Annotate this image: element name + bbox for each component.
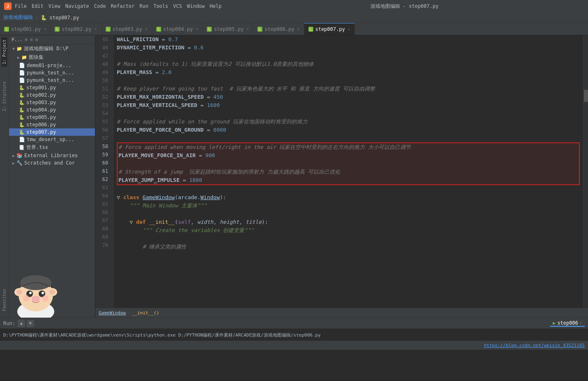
tree-arrow-root: ▼ — [12, 46, 15, 51]
left-tab-structure[interactable]: Z: Structure — [1, 79, 7, 114]
menu-help[interactable]: Help — [210, 3, 222, 9]
sidebar-toolbar: P... ⊕ ≡ ⚙ — [9, 35, 95, 44]
menu-window[interactable]: Window — [187, 3, 205, 9]
breadcrumb-item-2[interactable]: step007.py — [49, 15, 79, 21]
tree-item-scratches[interactable]: ▶ 🔧 Scratches and Cor — [9, 159, 95, 167]
run-arrow-up[interactable]: ▲ — [18, 320, 25, 327]
run-tab-step006[interactable]: ▶ step006 × — [550, 320, 585, 327]
tree-item-demo[interactable]: 📄 demo01-proje... — [9, 62, 95, 69]
tab-step004[interactable]: 🐍 step004.py × — [152, 23, 203, 35]
tab-step007[interactable]: 🐍 step007.py × — [304, 23, 355, 35]
tree-item-tileset[interactable]: ▶ 📁 图块集 — [9, 53, 95, 62]
tree-item-tmw[interactable]: 📄 tmw_desert_sp... — [9, 136, 95, 143]
tab-step001[interactable]: 🐍 step001.py × — [0, 23, 51, 35]
tab-close-step005[interactable]: × — [246, 27, 249, 31]
tab-close-step001[interactable]: × — [44, 27, 46, 31]
ln-63: 63 — [95, 184, 110, 192]
ln-45: 45 — [95, 35, 110, 44]
tab-close-step004[interactable]: × — [196, 27, 198, 31]
tree-item-step005[interactable]: 🐍 step005.py — [9, 114, 95, 121]
breadcrumb-item-1[interactable]: 游戏地图编辑 — [3, 14, 33, 21]
menu-run[interactable]: Run — [139, 3, 148, 9]
code-line-68: """ Create the variables 创建变量""" — [117, 226, 580, 235]
menu-view[interactable]: View — [49, 3, 60, 9]
run-icon: ▶ — [553, 320, 556, 326]
tab-close-step003[interactable]: × — [145, 27, 148, 31]
tree-item-step003[interactable]: 🐍 step003.py — [9, 99, 95, 106]
avatar-svg — [9, 264, 63, 318]
code-area[interactable]: 45 46 47 48 49 50 51 52 53 54 55 56 57 5… — [95, 35, 588, 308]
breadcrumb-icon: 🐍 — [41, 15, 47, 21]
left-tab-favorites[interactable]: Favorites — [1, 286, 7, 314]
tab-label-step007: step007.py — [315, 26, 345, 32]
tab-step005[interactable]: 🐍 step005.py × — [203, 23, 253, 35]
tree-label-step004: step004.py — [26, 107, 56, 113]
ln-49: 49 — [95, 68, 110, 77]
code-line-69 — [117, 235, 580, 243]
menu-code[interactable]: Code — [94, 3, 106, 9]
svg-point-4 — [16, 290, 22, 295]
tab-label-step006: step006.py — [264, 26, 294, 32]
sidebar-add-icon[interactable]: ⊕ — [25, 37, 28, 42]
run-panel: Run: ▲ ▼ ▶ step006 × D:\PYTHON编程\课件素材\AR… — [0, 318, 588, 341]
tab-step002[interactable]: 🐍 step002.py × — [51, 23, 101, 35]
ln-52: 52 — [95, 93, 110, 101]
py-icon-step006: 🐍 — [19, 122, 25, 128]
tree-label-step006: step006.py — [26, 122, 56, 128]
menu-vcs[interactable]: VCS — [173, 3, 182, 9]
folder-icon-external: 📚 — [16, 153, 23, 158]
tree-item-external[interactable]: ▶ 📚 External Libraries — [9, 152, 95, 159]
tree-item-root[interactable]: ▼ 📁 游戏地图编辑 D:\P — [9, 44, 95, 53]
breadcrumb: 游戏地图编辑 › 🐍 step007.py — [0, 12, 588, 23]
run-label: Run: — [3, 321, 15, 326]
tab-close-step002[interactable]: × — [95, 27, 97, 31]
tab-label-step002: step002.py — [62, 26, 91, 32]
scrollbar-thumb[interactable] — [584, 90, 588, 102]
menu-file[interactable]: File — [15, 3, 27, 9]
ln-56: 56 — [95, 126, 110, 134]
ln-62: 62 — [95, 175, 110, 184]
tree-label-demo: demo01-proje... — [27, 63, 71, 68]
status-url[interactable]: https://blog.csdn.net/weixin_43521165 — [484, 343, 585, 348]
file-icon-pymunk2: 📄 — [19, 77, 25, 83]
sidebar-settings-icon[interactable]: ⚙ — [35, 37, 38, 42]
code-line-66 — [117, 210, 580, 218]
ln-66: 66 — [95, 208, 110, 216]
code-line-49: PLAYER_MASS = 2.0 — [117, 68, 580, 77]
scrollbar[interactable] — [583, 35, 588, 308]
ln-48: 48 — [95, 60, 110, 68]
tree-item-step004[interactable]: 🐍 step004.py — [9, 106, 95, 114]
run-tab-close[interactable]: × — [580, 321, 582, 325]
run-arrow-down[interactable]: ▼ — [27, 320, 34, 327]
tree-item-world[interactable]: 📑 世界.tsx — [9, 143, 95, 152]
code-line-57 — [117, 134, 580, 142]
tab-close-step007[interactable]: × — [348, 27, 350, 32]
menu-edit[interactable]: Edit — [32, 3, 44, 9]
sidebar-project-dropdown[interactable]: P... — [12, 37, 23, 42]
left-tab-project[interactable]: 1: Project — [1, 37, 7, 67]
code-line-45: WALL_FRICTION = 0.7 — [117, 35, 580, 44]
menu-bar[interactable]: File Edit View Navigate Code Refactor Ru… — [15, 3, 222, 9]
tab-step003[interactable]: 🐍 step003.py × — [102, 23, 152, 35]
tree-item-step002[interactable]: 🐍 step002.py — [9, 91, 95, 99]
tree-item-step007[interactable]: 🐍 step007.py — [9, 128, 95, 136]
tree-item-step006[interactable]: 🐍 step006.py — [9, 121, 95, 128]
menu-navigate[interactable]: Navigate — [65, 3, 89, 9]
code-line-48: # Mass (defaults to 1) 玩家质量设置为2 可以推动默认1.… — [117, 60, 580, 68]
menu-refactor[interactable]: Refactor — [111, 3, 134, 9]
menu-tools[interactable]: Tools — [153, 3, 168, 9]
tree-item-pymunk1[interactable]: 📄 pymunk_test_n... — [9, 69, 95, 77]
tab-close-step006[interactable]: × — [297, 27, 300, 31]
code-line-53: PLAYER_MAX_VERTICAL_SPEED = 1600 — [117, 101, 580, 109]
py-icon-step007: 🐍 — [19, 130, 25, 135]
ln-58: 58 — [95, 142, 110, 151]
editor-breadcrumb-class: GameWindow — [99, 310, 126, 316]
tab-icon-step007: 🐍 — [308, 27, 313, 32]
tree-item-pymunk2[interactable]: 📄 pymunk_test_n... — [9, 77, 95, 84]
sidebar-collapse-icon[interactable]: ≡ — [30, 37, 33, 42]
tab-step006[interactable]: 🐍 step006.py × — [253, 23, 304, 35]
code-content[interactable]: WALL_FRICTION = 0.7 DYNAMIC_ITEM_FRICTIO… — [113, 35, 583, 308]
ln-46: 46 — [95, 44, 110, 52]
tree-item-step001[interactable]: 🐍 step001.py — [9, 84, 95, 91]
tab-icon-step006: 🐍 — [257, 27, 262, 32]
